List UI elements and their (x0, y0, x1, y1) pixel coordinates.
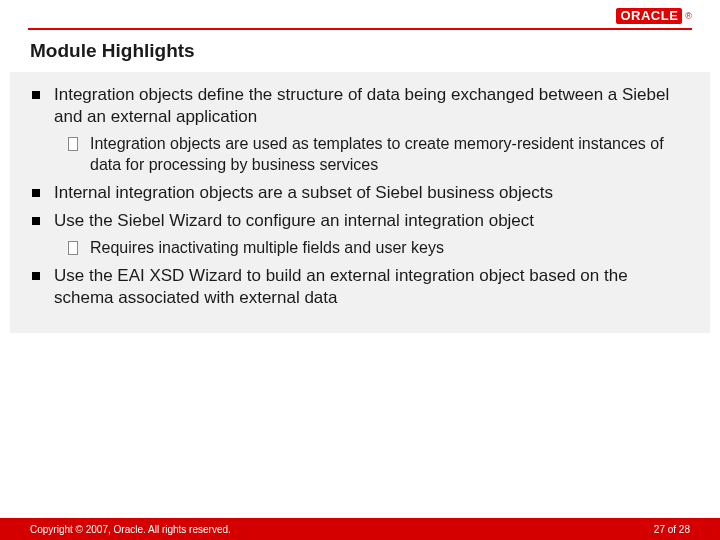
square-bullet-icon (32, 91, 40, 99)
footer: Copyright © 2007, Oracle. All rights res… (0, 518, 720, 540)
list-item: Integration objects are used as template… (68, 134, 688, 176)
header: ORACLE ® (0, 0, 720, 28)
page-title: Module Highlights (0, 36, 720, 72)
square-bullet-icon (32, 272, 40, 280)
list-item-text: Use the EAI XSD Wizard to build an exter… (54, 265, 688, 309)
registered-icon: ® (685, 11, 692, 21)
header-divider (28, 28, 692, 30)
list-item: Internal integration objects are a subse… (32, 182, 688, 204)
list-item: Use the Siebel Wizard to configure an in… (32, 210, 688, 232)
box-bullet-icon (68, 137, 78, 151)
list-item-text: Requires inactivating multiple fields an… (90, 238, 688, 259)
logo-text: ORACLE (616, 8, 682, 24)
square-bullet-icon (32, 217, 40, 225)
list-item: Requires inactivating multiple fields an… (68, 238, 688, 259)
list-item: Use the EAI XSD Wizard to build an exter… (32, 265, 688, 309)
page-number: 27 of 28 (654, 524, 690, 535)
list-item-text: Use the Siebel Wizard to configure an in… (54, 210, 688, 232)
box-bullet-icon (68, 241, 78, 255)
copyright-text: Copyright © 2007, Oracle. All rights res… (30, 524, 231, 535)
list-item: Integration objects define the structure… (32, 84, 688, 128)
list-item-text: Integration objects define the structure… (54, 84, 688, 128)
list-item-text: Internal integration objects are a subse… (54, 182, 688, 204)
oracle-logo: ORACLE ® (616, 8, 692, 24)
content-panel: Integration objects define the structure… (10, 72, 710, 333)
list-item-text: Integration objects are used as template… (90, 134, 688, 176)
square-bullet-icon (32, 189, 40, 197)
